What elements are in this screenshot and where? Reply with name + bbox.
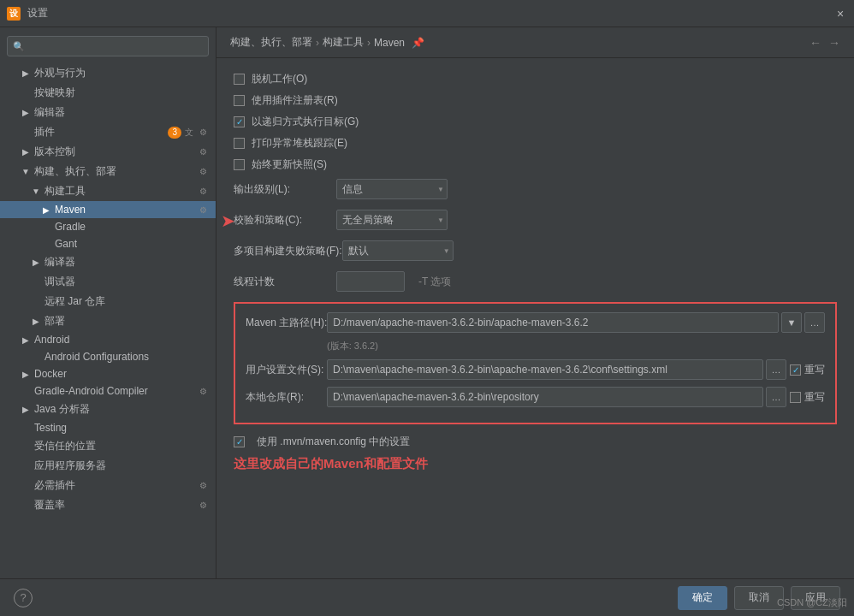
maven-home-dropdown-btn[interactable]: ▼ [781, 312, 802, 333]
search-input[interactable] [28, 40, 203, 52]
fail-policy-select-wrapper: 默认 [342, 240, 454, 261]
apply-button[interactable]: 应用 [791, 586, 840, 610]
pin-icon[interactable]: 📌 [412, 37, 424, 49]
sidebar-item-keymap[interactable]: 按键映射 [0, 83, 216, 103]
sidebar-item-required-plugins[interactable]: 必需插件 ⚙ [0, 476, 216, 495]
plugin-registry-checkbox[interactable] [234, 95, 245, 106]
print-stacktrace-row: 打印异常堆栈跟踪(E) [234, 136, 837, 151]
sidebar-item-gradle[interactable]: Gradle [0, 218, 216, 235]
always-update-checkbox[interactable] [234, 159, 245, 170]
sidebar-item-vcs[interactable]: ▶ 版本控制 ⚙ [0, 142, 216, 162]
bottom-buttons: 确定 取消 应用 [678, 586, 840, 610]
plugin-registry-row: 使用插件注册表(R) [234, 93, 837, 108]
sidebar-item-android-configs[interactable]: Android Configurations [0, 348, 216, 365]
use-mvn-label: 使用 .mvn/maven.config 中的设置 [257, 435, 410, 449]
build-tools-right-icons: ⚙ [197, 186, 209, 198]
required-plugins-icons: ⚙ [197, 480, 209, 492]
check-policy-label: 校验和策略(C): [234, 213, 336, 228]
nav-buttons: ← → [810, 36, 840, 50]
sidebar-item-docker[interactable]: ▶ Docker [0, 365, 216, 382]
chevron-right-icon: ▶ [21, 335, 31, 345]
sidebar-item-testing[interactable]: Testing [0, 419, 216, 436]
fail-policy-row: 多项目构建失败策略(F): 默认 [234, 240, 837, 261]
search-box[interactable]: 🔍 [7, 36, 209, 56]
always-update-row: 始终更新快照(S) [234, 157, 837, 172]
local-repo-label: 本地仓库(R): [246, 390, 327, 405]
fail-policy-select[interactable]: 默认 [342, 240, 454, 261]
help-button[interactable]: ? [14, 589, 33, 607]
main-content: 🔍 ▶ 外观与行为 按键映射 ▶ 编辑器 插件 3 文 [0, 27, 854, 578]
cancel-button[interactable]: 取消 [734, 586, 784, 610]
sidebar-item-remote-jar[interactable]: 远程 Jar 仓库 [0, 292, 216, 311]
user-settings-overwrite-row: ✓ 重写 [790, 363, 825, 377]
offline-checkbox[interactable] [234, 74, 245, 85]
sidebar-item-build[interactable]: ▼ 构建、执行、部署 ⚙ [0, 162, 216, 181]
local-repo-input[interactable] [327, 387, 763, 407]
local-repo-browse-btn[interactable]: … [766, 387, 786, 407]
chevron-right-icon: ▶ [21, 405, 31, 414]
user-settings-overwrite-checkbox[interactable]: ✓ [790, 364, 801, 376]
user-settings-input[interactable] [327, 359, 763, 380]
check-policy-select[interactable]: 无全局策略 [336, 210, 448, 230]
coverage-icons: ⚙ [197, 500, 209, 512]
sidebar-item-app-servers[interactable]: 应用程序服务器 [0, 456, 216, 476]
sidebar-item-gant[interactable]: Gant [0, 235, 216, 252]
threads-input[interactable] [336, 271, 405, 292]
ok-button[interactable]: 确定 [678, 586, 727, 610]
sidebar-item-appearance[interactable]: ▶ 外观与行为 [0, 63, 216, 83]
local-repo-overwrite-row: 重写 [790, 390, 825, 405]
sidebar-item-maven[interactable]: ▶ Maven ⚙ [0, 201, 216, 218]
sidebar-item-coverage[interactable]: 覆盖率 ⚙ [0, 495, 216, 515]
chevron-right-icon: ▶ [21, 68, 31, 78]
sidebar-item-gradle-android[interactable]: Gradle-Android Compiler ⚙ [0, 382, 216, 400]
sidebar-item-trusted-locations[interactable]: 受信任的位置 [0, 436, 216, 456]
sidebar-item-plugins[interactable]: 插件 3 文 ⚙ [0, 122, 216, 142]
nav-forward-button[interactable]: → [828, 36, 840, 50]
sidebar-item-deploy[interactable]: ▶ 部署 [0, 311, 216, 331]
user-settings-row: 用户设置文件(S): … ✓ 重写 [246, 359, 825, 380]
check-policy-row: 校验和策略(C): 无全局策略 [234, 210, 837, 230]
check-policy-select-wrapper: 无全局策略 [336, 210, 448, 230]
chevron-right-icon: ▶ [41, 205, 51, 215]
local-repo-row: 本地仓库(R): … 重写 [246, 387, 825, 407]
settings-build-icon: ⚙ [197, 166, 209, 178]
dialog-title: 设置 [27, 6, 48, 21]
offline-row: 脱机工作(O) [234, 72, 837, 86]
use-mvn-checkbox[interactable] [234, 436, 245, 447]
sidebar-item-build-tools[interactable]: ▼ 构建工具 ⚙ [0, 181, 216, 201]
print-stacktrace-label: 打印异常堆栈跟踪(E) [252, 136, 347, 151]
sidebar-plugins-icons: 3 文 ⚙ [168, 127, 209, 139]
settings-dialog: 设 设置 × 🔍 ▶ 外观与行为 按键映射 ▶ 编辑器 [0, 0, 854, 616]
maven-home-row: Maven 主路径(H): ▼ … [246, 312, 825, 333]
gradle-android-icons: ⚙ [197, 385, 209, 397]
sidebar-item-java-analyzer[interactable]: ▶ Java 分析器 [0, 400, 216, 419]
sidebar-item-android[interactable]: ▶ Android [0, 331, 216, 348]
print-stacktrace-checkbox[interactable] [234, 138, 245, 149]
breadcrumb-sep-1: › [316, 37, 319, 49]
nav-back-button[interactable]: ← [810, 36, 821, 50]
chevron-right-icon: ▶ [21, 108, 31, 117]
sidebar-item-debugger[interactable]: 调试器 [0, 272, 216, 292]
settings-rp-icon: ⚙ [197, 480, 209, 492]
sidebar-item-compiler[interactable]: ▶ 编译器 [0, 252, 216, 272]
output-level-select[interactable]: 信息 [336, 179, 448, 199]
local-repo-overwrite-checkbox[interactable] [790, 392, 801, 403]
breadcrumb-sep-2: › [367, 37, 371, 49]
maven-home-input[interactable] [327, 312, 779, 333]
sidebar-item-editor[interactable]: ▶ 编辑器 [0, 103, 216, 122]
recursive-row: 以递归方式执行目标(G) [234, 115, 837, 129]
chevron-right-icon: ▶ [31, 258, 41, 267]
plugin-registry-label: 使用插件注册表(R) [252, 93, 338, 108]
offline-label: 脱机工作(O) [252, 72, 307, 86]
chevron-right-icon: ▶ [21, 370, 31, 379]
maven-home-browse-btn[interactable]: … [804, 312, 825, 333]
bottom-bar: ? 确定 取消 应用 [0, 578, 854, 616]
always-update-label: 始终更新快照(S) [252, 157, 327, 172]
vcs-right-icons: ⚙ [197, 146, 209, 158]
maven-section: Maven 主路径(H): ▼ … (版本: 3.6.2) 用户设置文件(S):… [234, 302, 837, 424]
user-settings-browse-btn[interactable]: … [766, 359, 786, 380]
close-button[interactable]: × [833, 7, 847, 21]
build-right-icons: ⚙ [197, 166, 209, 178]
breadcrumb-build: 构建、执行、部署 [230, 35, 312, 50]
recursive-checkbox[interactable] [234, 116, 245, 127]
